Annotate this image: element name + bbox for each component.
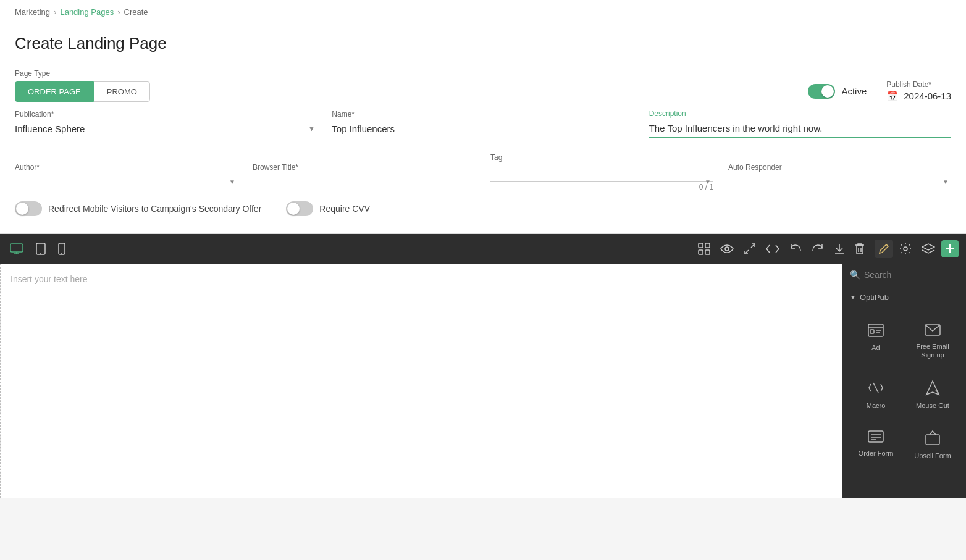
svg-point-4 xyxy=(40,253,41,254)
active-toggle-wrap: Active xyxy=(808,84,867,99)
sidebar-widget-order-form[interactable]: Order Form xyxy=(847,420,904,470)
publication-label: Publication* xyxy=(15,110,317,119)
desktop-icon[interactable] xyxy=(7,241,26,257)
pencil-icon[interactable] xyxy=(875,240,893,258)
mouse-out-label: Mouse Out xyxy=(916,401,949,410)
fields-row-1: Publication* ▼ Name* Description xyxy=(15,109,951,138)
ad-widget-icon xyxy=(867,323,884,340)
redirect-mobile-knob xyxy=(16,203,28,215)
plus-icon[interactable] xyxy=(941,240,959,257)
canvas-placeholder: Insert your text here xyxy=(10,274,88,284)
svg-rect-23 xyxy=(870,330,874,333)
tag-counter: 0 / 1 xyxy=(490,183,713,191)
tag-field: Tag ▼ 0 / 1 xyxy=(490,153,713,191)
redirect-mobile-toggle[interactable] xyxy=(15,201,42,216)
browser-title-field: Browser Title* xyxy=(253,163,476,191)
breadcrumb-sep-1: › xyxy=(54,7,56,17)
author-field: Author* ▼ xyxy=(15,163,238,191)
search-icon: 🔍 xyxy=(850,270,860,280)
editor-main: Insert your text here 🔍 ▼ OptiPub xyxy=(0,264,966,498)
author-label: Author* xyxy=(15,163,238,172)
free-email-signup-label: Free Email Sign up xyxy=(909,342,956,360)
svg-point-11 xyxy=(725,247,729,251)
publish-date-label: Publish Date* xyxy=(886,80,951,89)
sidebar-search-input[interactable] xyxy=(864,270,966,280)
expand-icon[interactable] xyxy=(741,240,758,257)
email-widget-icon xyxy=(924,323,941,338)
tablet-icon[interactable] xyxy=(33,240,48,257)
svg-rect-9 xyxy=(699,250,703,254)
redo-icon[interactable] xyxy=(809,241,826,257)
name-label: Name* xyxy=(332,110,634,119)
fields-row-2: Author* ▼ Browser Title* Tag ▼ 0 / 1 Aut… xyxy=(15,153,951,191)
browser-title-input[interactable] xyxy=(253,173,476,191)
require-cvv-label: Require CVV xyxy=(319,204,370,214)
sidebar-widget-ad[interactable]: Ad xyxy=(847,313,904,370)
eye-icon[interactable] xyxy=(718,241,736,256)
redirect-mobile-toggle-item: Redirect Mobile Visitors to Campaign's S… xyxy=(15,201,261,216)
grid-icon[interactable] xyxy=(695,240,713,257)
sidebar-widget-macro[interactable]: Macro xyxy=(847,370,904,420)
sidebar-search: 🔍 xyxy=(842,264,966,286)
toggle-knob xyxy=(821,85,834,98)
tag-input[interactable] xyxy=(490,163,713,182)
author-input[interactable] xyxy=(15,173,238,191)
promo-button[interactable]: PROMO xyxy=(94,81,150,102)
mobile-icon[interactable] xyxy=(56,240,68,257)
layers-icon[interactable] xyxy=(918,240,939,258)
publication-field: Publication* ▼ xyxy=(15,110,317,138)
code-icon[interactable] xyxy=(763,241,782,256)
sidebar-widget-mouse-out[interactable]: Mouse Out xyxy=(904,370,961,420)
description-field: Description xyxy=(649,109,951,138)
toolbar-left xyxy=(7,240,68,257)
calendar-icon: 📅 xyxy=(886,90,899,102)
auto-responder-field: Auto Responder ▼ xyxy=(728,163,951,191)
sidebar-widget-grid: Ad Free Email Sign up xyxy=(842,308,966,475)
description-input[interactable] xyxy=(649,119,951,138)
editor-canvas[interactable]: Insert your text here xyxy=(0,264,842,498)
upsellform-widget-icon xyxy=(925,430,941,448)
delete-icon[interactable] xyxy=(852,240,867,257)
require-cvv-toggle-item: Require CVV xyxy=(286,201,370,216)
sidebar-section-header[interactable]: ▼ OptiPub xyxy=(842,286,966,308)
undo-icon[interactable] xyxy=(787,241,804,257)
toolbar-right xyxy=(875,239,959,259)
name-input[interactable] xyxy=(332,120,634,138)
page-title: Create Landing Page xyxy=(15,34,951,53)
sidebar-panel: 🔍 ▼ OptiPub xyxy=(842,264,966,498)
svg-line-13 xyxy=(745,250,749,254)
sidebar-widget-upsell-form[interactable]: Upsell Form xyxy=(904,420,961,470)
download-icon[interactable] xyxy=(831,240,847,257)
svg-rect-10 xyxy=(705,250,710,254)
svg-rect-8 xyxy=(705,243,710,248)
active-toggle[interactable] xyxy=(808,84,835,99)
toggle-row: Redirect Mobile Visitors to Campaign's S… xyxy=(15,196,951,221)
require-cvv-toggle[interactable] xyxy=(286,201,313,216)
breadcrumb-landing-pages[interactable]: Landing Pages xyxy=(60,7,114,17)
svg-point-6 xyxy=(61,253,62,254)
breadcrumb: Marketing › Landing Pages › Create xyxy=(0,0,966,24)
auto-responder-input[interactable] xyxy=(728,173,951,191)
breadcrumb-marketing[interactable]: Marketing xyxy=(15,7,50,17)
page-type-status-row: Page Type ORDER PAGE PROMO Active Publis… xyxy=(15,69,951,102)
publication-input[interactable] xyxy=(15,120,317,138)
order-page-button[interactable]: ORDER PAGE xyxy=(15,81,94,102)
svg-rect-0 xyxy=(10,244,23,252)
mouseout-widget-icon xyxy=(925,380,940,398)
upsell-form-label: Upsell Form xyxy=(914,451,951,460)
page-type-group: Page Type ORDER PAGE PROMO xyxy=(15,69,150,102)
settings-icon[interactable] xyxy=(896,239,915,259)
svg-rect-7 xyxy=(699,243,703,248)
breadcrumb-create: Create xyxy=(124,7,148,17)
active-label: Active xyxy=(841,86,867,96)
ad-widget-label: Ad xyxy=(872,343,880,352)
editor-container: Insert your text here 🔍 ▼ OptiPub xyxy=(0,233,966,498)
sidebar-section-label: OptiPub xyxy=(860,293,889,302)
publish-date-value: 2024-06-13 xyxy=(904,91,951,101)
sidebar-widget-free-email-signup[interactable]: Free Email Sign up xyxy=(904,313,961,370)
macro-widget-label: Macro xyxy=(867,401,886,410)
page-type-label: Page Type xyxy=(15,69,150,78)
publish-date-group: Publish Date* 📅 2024-06-13 xyxy=(886,80,951,102)
orderform-widget-icon xyxy=(867,430,884,445)
order-form-label: Order Form xyxy=(859,449,894,458)
